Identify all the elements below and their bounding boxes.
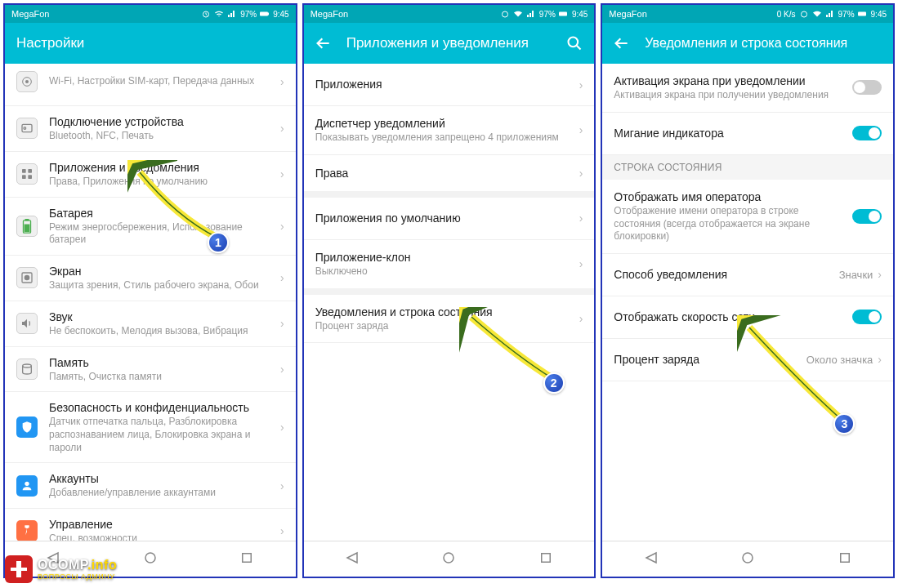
sound-icon [16,313,38,334]
toggle-switch[interactable] [852,209,882,224]
chevron-right-icon: › [579,257,583,270]
back-button[interactable] [614,35,630,51]
chevron-right-icon: › [280,271,284,284]
svg-point-18 [145,553,155,563]
svg-rect-28 [840,553,849,562]
item-title: Память [49,355,275,370]
settings-list[interactable]: Приложения › Диспетчер уведомленийПоказы… [304,64,595,541]
list-item[interactable]: Мигание индикатора [602,113,893,155]
header-title: Приложения и уведомления [346,35,567,51]
item-sub: Права, Приложения по умолчанию [49,176,275,189]
list-item[interactable]: ПамятьПамять, Очистка памяти › [5,347,296,393]
svg-rect-2 [268,13,269,16]
svg-rect-26 [858,12,866,16]
wifi-icon [214,9,224,19]
svg-rect-10 [28,176,32,180]
display-icon [16,267,38,288]
battery-pct: 97% [240,10,257,19]
list-item[interactable]: Активация экрана при уведомленииАктиваци… [602,64,893,113]
list-item[interactable]: Безопасность и конфиденциальностьДатчик … [5,392,296,463]
svg-rect-1 [260,12,268,16]
list-item[interactable]: Отображать имя оператораОтображение имен… [602,180,893,254]
item-title: Отображать имя оператора [614,189,847,204]
list-item[interactable]: Приложения › [304,64,595,106]
chevron-right-icon: › [280,75,284,88]
list-item[interactable]: Процент заряда Около значка › [602,339,893,381]
list-item[interactable]: УправлениеСпец. возможности › [5,509,296,541]
svg-point-22 [569,38,579,47]
item-title: Диспетчер уведомлений [315,116,574,131]
nav-back[interactable] [644,550,659,568]
item-title: Безопасность и конфиденциальность [49,400,275,415]
watermark-brand: OCOMP [38,558,87,572]
chevron-right-icon: › [280,363,284,376]
item-title: Управление [49,517,275,532]
clock: 9:45 [273,10,288,19]
section-header: СТРОКА СОСТОЯНИЯ [602,155,893,180]
toggle-switch[interactable] [852,310,882,324]
item-sub: Выключено [315,265,574,278]
item-title: Приложение-клон [315,250,574,265]
list-item[interactable]: БатареяРежим энергосбережения, Использов… [5,198,296,256]
header: Приложения и уведомления [304,23,595,64]
list-item-notifications-statusbar[interactable]: Уведомления и строка состоянияПроцент за… [304,295,595,344]
svg-rect-7 [22,169,26,173]
item-title: Аккаунты [49,471,275,486]
svg-point-6 [24,127,26,130]
back-button[interactable] [315,35,332,51]
item-title: Процент заряда [614,352,801,367]
list-item[interactable]: Приложение-клонВыключено › [304,240,595,295]
carrier-label: MegaFon [311,9,500,19]
nav-home[interactable] [441,550,456,568]
phone-screen-1: MegaFon 97% 9:45 Настройки Wi-Fi, Настро… [3,3,297,578]
chevron-right-icon: › [579,123,583,136]
list-item[interactable]: Приложения по умолчанию › [304,198,595,240]
nav-home[interactable] [143,550,158,568]
list-item-apps-notifications[interactable]: Приложения и уведомленияПрава, Приложени… [5,152,296,198]
settings-list[interactable]: Активация экрана при уведомленииАктиваци… [602,64,893,541]
item-sub: Активация экрана при получении уведомлен… [614,89,847,102]
list-item[interactable]: Wi-Fi, Настройки SIM-карт, Передача данн… [5,64,296,106]
list-item[interactable]: ЗвукНе беспокоить, Мелодия вызова, Вибра… [5,301,296,347]
list-item-network-speed[interactable]: Отображать скорость сети [602,296,893,339]
list-item[interactable]: Способ уведомления Значки › [602,254,893,296]
svg-rect-9 [22,176,26,180]
svg-rect-12 [25,219,29,220]
item-title: Приложения и уведомления [49,160,275,175]
apps-icon [16,163,38,185]
chevron-right-icon: › [280,167,284,180]
item-title: Приложения [315,77,574,91]
settings-list[interactable]: Wi-Fi, Настройки SIM-карт, Передача данн… [5,64,296,541]
item-sub: Bluetooth, NFC, Печать [49,130,275,143]
toggle-switch[interactable] [852,126,882,140]
search-button[interactable] [566,35,583,51]
list-item[interactable]: Права › [304,155,595,198]
nav-recent[interactable] [838,550,852,568]
nav-back[interactable] [345,550,360,568]
toggle-switch[interactable] [852,80,882,95]
list-item[interactable]: ЭкранЗащита зрения, Стиль рабочего экран… [5,256,296,301]
nav-recent[interactable] [538,550,553,568]
item-title: Способ уведомления [614,267,833,282]
item-title: Уведомления и строка состояния [315,305,574,319]
item-sub: Защита зрения, Стиль рабочего экрана, Об… [49,279,275,292]
alarm-icon [799,9,809,19]
item-sub: Память, Очистка памяти [49,371,275,384]
annotation-badge-2: 2 [543,372,565,394]
status-icons: 97% 9:45 [201,9,288,19]
svg-point-17 [25,481,29,485]
item-title: Батарея [49,206,275,220]
list-item[interactable]: АккаунтыДобавление/управление аккаунтами… [5,463,296,509]
battery-icon [559,9,569,19]
nav-bar [304,541,595,577]
list-item[interactable]: Диспетчер уведомленийПоказывать уведомле… [304,106,595,155]
chevron-right-icon: › [280,421,284,434]
item-value: Около значка [806,354,873,366]
nav-recent[interactable] [239,550,254,568]
list-item[interactable]: Подключение устройстваBluetooth, NFC, Пе… [5,106,296,152]
item-sub: Спец. возможности [49,532,275,541]
item-title: Звук [49,310,275,324]
item-sub: Датчик отпечатка пальца, Разблокировка р… [49,416,275,454]
nav-home[interactable] [740,550,755,568]
battery-pct: 97% [539,10,556,19]
